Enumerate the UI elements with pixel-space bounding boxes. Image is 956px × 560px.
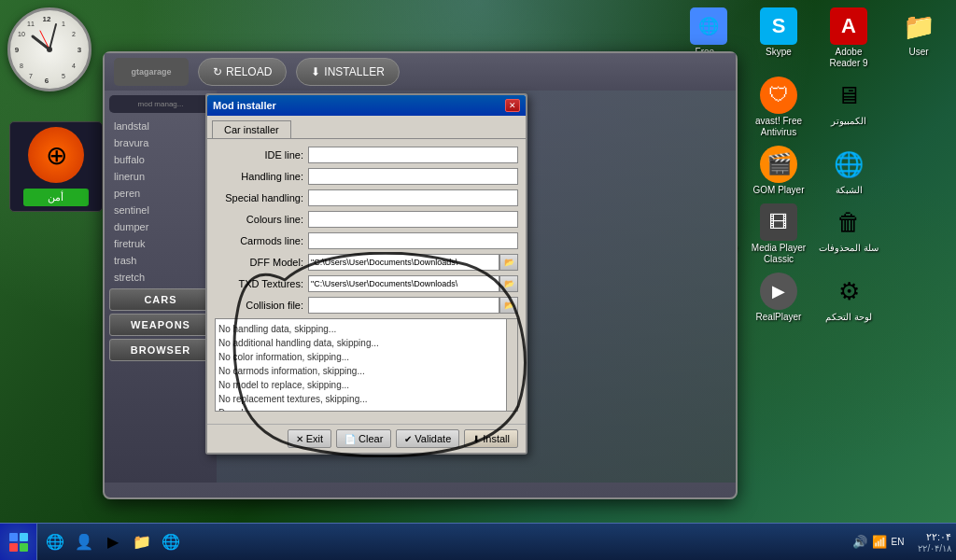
installer-button[interactable]: ⬇ INSTALLER — [296, 58, 399, 86]
taskbar-clock[interactable]: ۲۲:۰۴ ۲۲/۰۴/۱۸ — [913, 531, 956, 553]
taskbar-icon-files[interactable]: 📁 — [129, 529, 155, 555]
sidebar-item-landstal[interactable]: landstal — [109, 118, 212, 134]
windows-logo-icon — [7, 531, 30, 553]
taskbar: 🌐 👤 ▶ 📁 🌐 🔊 📶 EN ۲۲:۰۴ ۲۲/۰۴/۱۸ — [0, 523, 956, 560]
desktop-icon-computer[interactable]: 🖥 الكمبيوتر — [816, 74, 881, 141]
special-handling-label: Special handling: — [215, 192, 308, 203]
start-button[interactable] — [0, 524, 37, 561]
sidebar-item-sentinel[interactable]: sentinel — [109, 202, 212, 218]
special-handling-input[interactable] — [308, 189, 518, 206]
sidebar-item-trash[interactable]: trash — [109, 252, 212, 269]
mod-installer-content: IDE line: Handling line: Special handlin… — [207, 139, 526, 424]
svg-text:9: 9 — [15, 46, 20, 54]
desktop-icon-mpc[interactable]: 🎞 Media Player Classic — [746, 201, 811, 268]
taskbar-icon-folder[interactable]: 🌐 — [42, 529, 68, 555]
tray-network-icon[interactable]: 📶 — [872, 535, 887, 549]
svg-text:6: 6 — [45, 77, 49, 85]
nav-cars-button[interactable]: CARS — [109, 288, 212, 311]
special-handling-row: Special handling: — [215, 189, 518, 206]
desktop-icon-adobe[interactable]: A Adobe Reader 9 — [816, 5, 881, 72]
taskbar-icon-media[interactable]: ▶ — [100, 529, 126, 555]
desktop-icon-control-panel-label: لوحة التحكم — [819, 312, 879, 323]
colours-line-label: Colours line: — [215, 214, 308, 225]
log-line-3: No color information, skipping... — [218, 350, 514, 364]
carmods-line-input[interactable] — [308, 232, 518, 249]
desktop-icon-avast[interactable]: 🛡 avast! Free Antivirus — [746, 74, 811, 141]
ide-line-row: IDE line: — [215, 147, 518, 163]
exit-button[interactable]: ✕ Exit — [288, 429, 331, 448]
desktop-icon-network-label: الشبكة — [819, 185, 879, 196]
carmods-line-row: Carmods line: — [215, 232, 518, 249]
svg-text:1: 1 — [62, 21, 65, 27]
svg-text:11: 11 — [27, 21, 35, 27]
collision-file-field-group: 📂 — [308, 297, 518, 314]
desktop-icon-network[interactable]: 🌐 الشبكة — [816, 143, 881, 199]
txd-browse-button[interactable]: 📂 — [499, 275, 518, 292]
nav-weapons-button[interactable]: WEAPONS — [109, 314, 212, 336]
svg-text:3: 3 — [77, 46, 82, 54]
desktop-icon-skype[interactable]: S Skype — [746, 5, 811, 72]
validate-icon: ✔ — [404, 434, 412, 444]
txd-textures-label: TXD Textures: — [215, 278, 308, 289]
desktop-icon-recycle[interactable]: 🗑 سلة المحذوفات — [816, 201, 881, 268]
log-line-2: No additional handling data, skipping... — [218, 336, 514, 350]
desktop-icon-control-panel[interactable]: ⚙ لوحة التحكم — [816, 270, 881, 337]
install-icon: ⬇ — [472, 434, 480, 444]
sidebar-item-firetruk[interactable]: firetruk — [109, 235, 212, 252]
desktop: 12 3 6 9 1 2 4 5 7 8 10 11 ⊕ أمن — [0, 0, 956, 560]
sidebar-item-bravura[interactable]: bravura — [109, 134, 212, 151]
svg-text:10: 10 — [18, 31, 25, 37]
system-tray: 🔊 📶 EN — [843, 535, 914, 549]
install-button[interactable]: ⬇ Install — [464, 429, 518, 448]
avast-logo-icon: ⊕ — [28, 127, 84, 183]
log-line-6: No replacement textures, skipping... — [218, 392, 514, 406]
log-scrollbar[interactable] — [506, 319, 517, 411]
sidebar-item-linerun[interactable]: linerun — [109, 168, 212, 185]
exit-icon: ✕ — [296, 434, 303, 444]
log-line-1: No handling data, skipping... — [218, 322, 514, 336]
desktop-icon-realplayer[interactable]: ▶ RealPlayer — [746, 270, 811, 337]
desktop-icon-skype-label: Skype — [749, 47, 808, 58]
taskbar-items: 🌐 👤 ▶ 📁 🌐 — [37, 529, 843, 555]
ide-line-input[interactable] — [308, 147, 518, 163]
desktop-icon-user[interactable]: 📁 User — [886, 5, 951, 72]
taskbar-icon-user[interactable]: 👤 — [71, 529, 97, 555]
dff-model-label: DFF Model: — [215, 257, 308, 268]
svg-rect-16 — [9, 533, 18, 541]
colours-line-input[interactable] — [308, 211, 518, 228]
dff-model-input[interactable] — [308, 254, 499, 271]
taskbar-date: ۲۲/۰۴/۱۸ — [918, 543, 951, 553]
desktop-icon-adobe-label: Adobe Reader 9 — [819, 47, 879, 69]
close-button[interactable]: ✕ — [505, 99, 520, 112]
sidebar-item-stretch[interactable]: stretch — [109, 269, 212, 286]
clear-button[interactable]: 📄 Clear — [336, 429, 391, 448]
handling-line-input[interactable] — [308, 168, 518, 185]
desktop-icon-gom[interactable]: 🎬 GOM Player — [746, 143, 811, 199]
reload-button[interactable]: ↻ RELOAD — [198, 58, 287, 86]
avast-safe-button[interactable]: أمن — [23, 189, 89, 206]
log-line-5: No model to replace, skipping... — [218, 378, 514, 392]
svg-point-15 — [47, 47, 52, 52]
sidebar-item-dumper[interactable]: dumper — [109, 218, 212, 235]
sidebar-item-buffalo[interactable]: buffalo — [109, 151, 212, 168]
sidebar-logo: mod manag... — [109, 95, 212, 113]
nav-browser-button[interactable]: BROWSER — [109, 339, 212, 361]
collision-browse-button[interactable]: 📂 — [499, 297, 518, 314]
avast-widget: ⊕ أمن — [9, 121, 103, 212]
svg-rect-18 — [9, 543, 18, 552]
tray-language-label[interactable]: EN — [892, 537, 905, 547]
dff-browse-button[interactable]: 📂 — [499, 254, 518, 271]
taskbar-icon-browser[interactable]: 🌐 — [158, 529, 184, 555]
validate-button[interactable]: ✔ Validate — [396, 429, 459, 448]
svg-rect-19 — [20, 543, 28, 552]
app-toolbar: gtagarage ↻ RELOAD ⬇ INSTALLER — [105, 53, 736, 91]
txd-textures-input[interactable] — [308, 275, 499, 292]
sidebar-item-peren[interactable]: peren — [109, 185, 212, 202]
svg-text:4: 4 — [72, 63, 76, 69]
sidebar-car-list: landstal bravura buffalo linerun peren s… — [109, 118, 212, 286]
tab-car-installer[interactable]: Car installer — [212, 120, 291, 138]
svg-text:2: 2 — [72, 31, 76, 37]
collision-file-input[interactable] — [308, 297, 499, 314]
collision-file-label: Collision file: — [215, 300, 308, 311]
tray-volume-icon[interactable]: 🔊 — [852, 535, 867, 549]
